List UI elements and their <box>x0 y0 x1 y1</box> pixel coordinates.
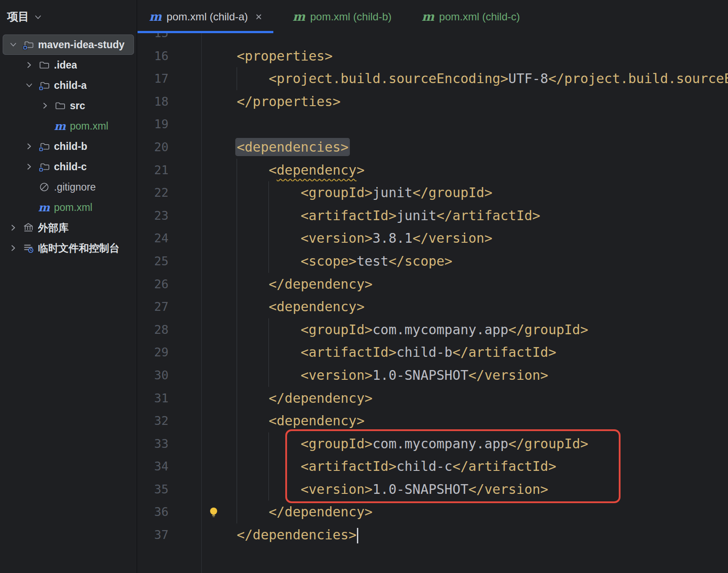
indent-guide <box>237 295 237 318</box>
indent-guide <box>268 478 269 501</box>
chevron-right-icon[interactable] <box>40 100 50 111</box>
line-number: 25 <box>138 250 201 273</box>
folder-icon <box>54 100 66 112</box>
indent-guide <box>268 432 269 455</box>
code-line-text: <dependencies> <box>201 136 728 159</box>
tree-item-maven-idea-study[interactable]: maven-idea-study <box>3 34 134 55</box>
tab-pom-child-a[interactable]: mpom.xml (child-a) <box>138 0 273 33</box>
tree-item-child-a-pom[interactable]: mpom.xml <box>3 116 134 136</box>
code-line-text: <scope>test</scope> <box>201 250 728 273</box>
indent-guide <box>237 455 237 478</box>
code-token: <project.build.sourceEncoding> <box>269 71 509 86</box>
code-line-20[interactable]: 20 <dependencies> <box>138 136 728 159</box>
code-line-text: </dependencies> <box>201 523 728 546</box>
code-line-36[interactable]: 36 </dependency> <box>138 500 728 523</box>
chevron-right-icon[interactable] <box>24 60 34 70</box>
chevron-right-icon[interactable] <box>8 243 19 253</box>
chevron-right-icon[interactable] <box>24 141 34 152</box>
line-number: 22 <box>138 181 201 204</box>
chevron-down-icon[interactable] <box>8 39 19 50</box>
code-token: UTF-8 <box>508 71 548 86</box>
tree-item-root-pom[interactable]: mpom.xml <box>3 197 134 218</box>
code-token: <version> <box>301 230 373 246</box>
code-line-21[interactable]: 21 <dependency> <box>138 159 728 182</box>
indent-guide <box>268 455 269 478</box>
indent-guide <box>237 432 237 455</box>
indent-guide <box>237 273 237 296</box>
indent-guide <box>237 67 237 90</box>
chevron-right-icon[interactable] <box>24 161 34 172</box>
code-line-17[interactable]: 17 <project.build.sourceEncoding>UTF-8</… <box>138 67 728 90</box>
tree-item-child-c[interactable]: child-c <box>3 157 134 177</box>
code-line-28[interactable]: 28 <groupId>com.mycompany.app</groupId> <box>138 318 728 341</box>
project-view-dropdown[interactable]: 项目 <box>0 0 137 34</box>
code-line-text: </properties> <box>201 90 728 113</box>
code-line-33[interactable]: 33 <groupId>com.mycompany.app</groupId> <box>138 432 728 455</box>
code-line-31[interactable]: 31 </dependency> <box>138 387 728 410</box>
tree-item-src[interactable]: src <box>3 96 134 116</box>
chevron-down-icon[interactable] <box>24 80 34 91</box>
close-tab-icon[interactable] <box>255 13 263 21</box>
code-line-30[interactable]: 30 <version>1.0-SNAPSHOT</version> <box>138 364 728 387</box>
code-line-27[interactable]: 27 <dependency> <box>138 295 728 318</box>
code-token: com.mycompany.app <box>372 322 508 337</box>
code-token: <groupId> <box>301 322 373 337</box>
indent-guide <box>237 318 237 341</box>
code-token: <groupId> <box>301 436 373 451</box>
tree-item-label: maven-idea-study <box>38 39 125 51</box>
tree-item-idea-folder[interactable]: .idea <box>3 55 134 75</box>
maven-icon: m <box>149 11 162 23</box>
code-line-text: <properties> <box>201 45 728 68</box>
tree-item-external-libraries[interactable]: 外部库 <box>3 218 134 238</box>
indent-guide <box>237 227 237 250</box>
code-line-19[interactable]: 19 <box>138 113 728 136</box>
tree-item-child-a[interactable]: child-a <box>3 75 134 96</box>
maven-m-glyph: m <box>38 202 50 213</box>
code-line-23[interactable]: 23 <artifactId>junit</artifactId> <box>138 204 728 227</box>
code-line-text: <groupId>junit</groupId> <box>201 181 728 204</box>
code-token: </scope> <box>388 253 452 269</box>
indent-guide <box>237 250 237 273</box>
line-number: 24 <box>138 227 201 250</box>
tree-item-gitignore[interactable]: .gitignore <box>3 177 134 197</box>
tab-label: pom.xml (child-b) <box>310 11 391 23</box>
line-number: 28 <box>138 318 201 341</box>
code-line-32[interactable]: 32 <dependency> <box>138 409 728 432</box>
maven-icon: m <box>54 120 66 132</box>
library-icon <box>22 222 34 234</box>
module-folder-icon <box>38 80 50 92</box>
intention-bulb-icon[interactable] <box>207 506 220 518</box>
code-line-text <box>201 33 728 45</box>
line-number: 32 <box>138 409 201 432</box>
code-token: > <box>356 162 364 178</box>
code-line-text: <dependency> <box>201 159 728 182</box>
tree-item-scratches[interactable]: 临时文件和控制台 <box>3 238 134 258</box>
tree-item-label: .gitignore <box>54 181 96 193</box>
code-line-24[interactable]: 24 <version>3.8.1</version> <box>138 227 728 250</box>
tree-item-child-b[interactable]: child-b <box>3 136 134 157</box>
code-line-37[interactable]: 37 </dependencies> <box>138 523 728 546</box>
chevron-down-icon <box>34 13 42 22</box>
tab-pom-child-c[interactable]: mpom.xml (child-c) <box>410 0 530 33</box>
module-folder-icon <box>38 141 50 153</box>
code-line-text <box>201 113 728 136</box>
chevron-spacer <box>24 182 34 192</box>
tab-pom-child-b[interactable]: mpom.xml (child-b) <box>281 0 402 33</box>
code-line-25[interactable]: 25 <scope>test</scope> <box>138 250 728 273</box>
code-token <box>205 344 301 360</box>
module-folder-icon <box>22 39 34 51</box>
code-token: < <box>269 162 277 178</box>
project-panel-title: 项目 <box>7 10 29 23</box>
code-line-26[interactable]: 26 </dependency> <box>138 273 728 296</box>
code-token: child-c <box>397 458 452 474</box>
code-line-35[interactable]: 35 <version>1.0-SNAPSHOT</version> <box>138 478 728 501</box>
code-line-16[interactable]: 16 <properties> <box>138 45 728 68</box>
tab-label: pom.xml (child-c) <box>439 11 520 23</box>
code-line-15[interactable]: 15 <box>138 33 728 45</box>
chevron-right-icon[interactable] <box>8 222 19 233</box>
code-line-29[interactable]: 29 <artifactId>child-b</artifactId> <box>138 341 728 364</box>
code-line-22[interactable]: 22 <groupId>junit</groupId> <box>138 181 728 204</box>
code-line-18[interactable]: 18 </properties> <box>138 90 728 113</box>
code-line-34[interactable]: 34 <artifactId>child-c</artifactId> <box>138 455 728 478</box>
tree-item-label: child-c <box>54 161 87 173</box>
